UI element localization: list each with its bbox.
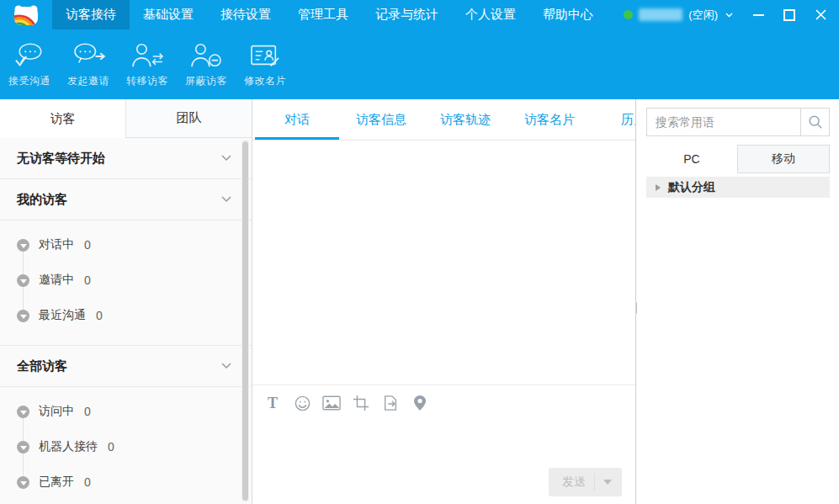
menu-bar: 访客接待 基础设置 接待设置 管理工具 记录与统计 个人设置 帮助中心 (空闲) — [0, 0, 839, 29]
menu-item-visitor-reception[interactable]: 访客接待 — [52, 0, 130, 29]
tab-team[interactable]: 团队 — [125, 99, 252, 138]
tool-label: 发起邀请 — [67, 74, 109, 88]
send-button-divider — [594, 474, 595, 491]
transfer-visitor-button[interactable]: 转移访客 — [118, 41, 177, 88]
menu-item-personal-settings[interactable]: 个人设置 — [452, 0, 529, 29]
transfer-visitor-icon — [130, 41, 165, 70]
item-label: 对话中 — [39, 237, 74, 252]
block-visitor-button[interactable]: 屏蔽访客 — [177, 41, 236, 88]
tab-visitors[interactable]: 访客 — [0, 99, 125, 138]
item-count: 0 — [108, 440, 114, 454]
item-count: 0 — [84, 405, 91, 418]
composer-toolbar: T — [252, 385, 635, 421]
edit-card-icon — [247, 41, 283, 70]
scrollbar-thumb[interactable] — [242, 141, 248, 501]
tool-label: 屏蔽访客 — [185, 74, 227, 88]
image-icon[interactable] — [322, 394, 341, 412]
invite-chat-button[interactable]: 发起邀请 — [59, 41, 118, 88]
list-item-in-conversation[interactable]: 对话中 0 — [0, 227, 252, 263]
circle-caret-icon — [17, 239, 29, 252]
list-item-inviting[interactable]: 邀请中 0 — [0, 263, 252, 298]
send-file-icon[interactable] — [381, 394, 400, 412]
chat-tabs: 对话 访客信息 访客轨迹 访客名片 历史 — [252, 99, 635, 141]
item-count: 0 — [84, 238, 91, 252]
tab-pc[interactable]: PC — [646, 145, 737, 173]
location-icon[interactable] — [411, 394, 429, 412]
tool-label: 修改名片 — [244, 74, 286, 88]
section-title: 全部访客 — [17, 358, 67, 374]
menu-item-basic-settings[interactable]: 基础设置 — [130, 0, 207, 29]
send-button-label: 发送 — [549, 475, 594, 490]
chevron-down-icon — [725, 13, 733, 18]
message-history-area — [252, 141, 635, 385]
menu-item-reception-settings[interactable]: 接待设置 — [207, 0, 284, 29]
emoji-icon[interactable] — [293, 394, 311, 412]
item-label: 邀请中 — [39, 273, 74, 288]
tab-visitor-info[interactable]: 访客信息 — [339, 99, 423, 140]
section-title: 无访客等待开始 — [17, 151, 105, 167]
app-window: 访客接待 基础设置 接待设置 管理工具 记录与统计 个人设置 帮助中心 (空闲) — [0, 0, 839, 504]
header: 访客接待 基础设置 接待设置 管理工具 记录与统计 个人设置 帮助中心 (空闲) — [0, 0, 839, 99]
send-options-caret-icon[interactable] — [603, 480, 612, 485]
screenshot-crop-icon[interactable] — [352, 394, 370, 412]
item-label: 最近沟通 — [39, 308, 86, 323]
minimize-button[interactable] — [751, 8, 765, 22]
sidebar-scrollbar — [242, 140, 249, 502]
section-no-waiting-visitors[interactable]: 无访客等待开始 — [0, 138, 252, 179]
status-text: (空闲) — [688, 8, 718, 23]
list-item-recent-chats[interactable]: 最近沟通 0 — [0, 298, 252, 333]
app-logo-icon — [0, 0, 52, 29]
edit-card-button[interactable]: 修改名片 — [236, 41, 295, 88]
chevron-down-icon — [221, 155, 231, 162]
quick-reply-tabs: PC 移动 — [646, 145, 830, 173]
visitor-sidebar: 访客 团队 无访客等待开始 我的访客 对话中 0 邀请中 0 最近沟 — [0, 99, 252, 504]
tab-mobile[interactable]: 移动 — [737, 145, 830, 173]
window-controls — [751, 8, 827, 22]
list-item-robot-reception[interactable]: 机器人接待 0 — [0, 429, 252, 464]
group-label: 默认分组 — [668, 180, 715, 195]
list-item-visiting[interactable]: 访问中 0 — [0, 394, 252, 429]
send-button[interactable]: 发送 — [549, 468, 622, 496]
search-button[interactable] — [800, 109, 829, 135]
item-count: 0 — [84, 475, 91, 489]
chat-invite-icon — [71, 41, 106, 70]
search-input[interactable] — [647, 109, 800, 135]
menu-item-records-statistics[interactable]: 记录与统计 — [362, 0, 452, 29]
chat-accept-icon — [12, 41, 47, 70]
quick-replies-panel: PC 移动 默认分组 — [637, 99, 839, 504]
quick-reply-search — [646, 108, 830, 136]
list-item-left[interactable]: 已离开 0 — [0, 464, 252, 500]
message-input-area[interactable] — [252, 421, 635, 460]
close-button[interactable] — [814, 8, 827, 22]
menu-item-help-center[interactable]: 帮助中心 — [529, 0, 607, 29]
item-count: 0 — [96, 309, 103, 322]
tab-visitor-track[interactable]: 访客轨迹 — [423, 99, 507, 140]
circle-caret-icon — [17, 274, 29, 287]
username-redacted — [639, 8, 682, 21]
maximize-button[interactable] — [783, 8, 796, 22]
chevron-down-icon — [221, 363, 231, 369]
chevron-down-icon — [221, 196, 231, 203]
tab-visitor-card[interactable]: 访客名片 — [507, 99, 592, 140]
accept-chat-button[interactable]: 接受沟通 — [0, 41, 59, 88]
block-visitor-icon — [189, 41, 224, 70]
section-my-visitors[interactable]: 我的访客 — [0, 179, 252, 220]
item-count: 0 — [84, 273, 91, 287]
menu-item-management-tools[interactable]: 管理工具 — [284, 0, 362, 29]
tab-history[interactable]: 历史 — [592, 99, 635, 140]
section-all-visitors[interactable]: 全部访客 — [0, 346, 252, 387]
chat-main: 对话 访客信息 访客轨迹 访客名片 历史 T — [252, 99, 635, 504]
triangle-right-icon — [656, 184, 661, 191]
sidebar-tabs: 访客 团队 — [0, 99, 252, 138]
item-label: 已离开 — [39, 475, 74, 490]
section-title: 我的访客 — [17, 192, 67, 208]
tab-conversation[interactable]: 对话 — [255, 99, 339, 140]
circle-caret-icon — [17, 476, 29, 489]
my-visitors-items: 对话中 0 邀请中 0 最近沟通 0 — [0, 220, 252, 346]
user-status-dropdown[interactable]: (空闲) — [624, 8, 733, 23]
item-label: 机器人接待 — [39, 439, 98, 454]
group-default[interactable]: 默认分组 — [646, 177, 830, 198]
action-toolbar: 接受沟通 发起邀请 — [0, 29, 839, 99]
font-icon[interactable]: T — [263, 394, 282, 412]
titlebar-right: (空闲) — [624, 0, 839, 29]
